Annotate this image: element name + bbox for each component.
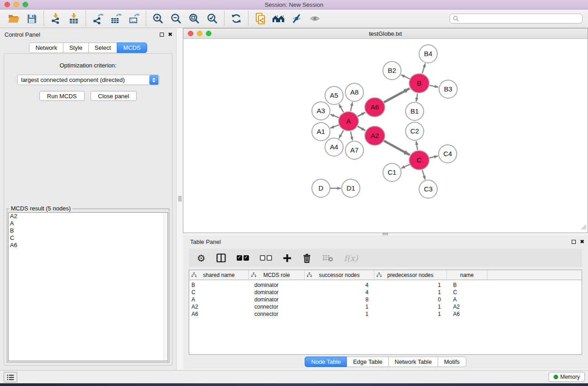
column-header-successor-nodes[interactable]: successor nodes [305, 270, 374, 280]
vertical-scrollbar-thumb[interactable] [178, 196, 182, 201]
export-image-icon[interactable] [125, 11, 143, 26]
import-table-icon[interactable] [65, 11, 83, 26]
table-row[interactable]: Adominator80A [189, 296, 582, 303]
network-canvas[interactable]: B4B2BB3A5A8A6B1A3AA1C2A2A4A7C4CC1C3DD1 [183, 39, 588, 233]
result-item[interactable]: C [9, 234, 167, 242]
graph-node-A4[interactable]: A4 [325, 138, 343, 156]
graph-node-A5[interactable]: A5 [325, 86, 343, 105]
delete-table-icon[interactable] [322, 254, 333, 262]
graph-edge-C-C3 [422, 170, 425, 180]
table-row[interactable]: A6connector11A6 [189, 310, 582, 318]
tab-mcds[interactable]: MCDS [117, 43, 147, 53]
graph-edge-B-B1 [416, 94, 418, 102]
close-panel-icon[interactable]: ✖ [168, 32, 172, 37]
graph-node-B2[interactable]: B2 [383, 62, 401, 80]
graph-node-B3[interactable]: B3 [439, 80, 457, 98]
graph-node-C[interactable]: C [409, 151, 429, 170]
graph-node-A6[interactable]: A6 [365, 98, 385, 117]
float-panel-icon[interactable] [160, 33, 164, 37]
table-row[interactable]: A2connector11A2 [189, 303, 582, 310]
column-header-shared-name[interactable]: shared name [189, 270, 249, 280]
add-icon[interactable] [283, 254, 292, 262]
graph-node-C4[interactable]: C4 [439, 145, 457, 163]
tab-edge-table[interactable]: Edge Table [347, 357, 389, 367]
column-header-predecessor-nodes[interactable]: predecessor nodes [374, 270, 447, 280]
table-row[interactable]: Bdominator41B [189, 281, 582, 289]
svg-text:B1: B1 [411, 107, 419, 115]
tab-node-table[interactable]: Node Table [305, 357, 347, 367]
save-session-icon[interactable] [23, 11, 41, 26]
zoom-in-icon[interactable] [149, 11, 167, 26]
result-item[interactable]: A [9, 220, 167, 227]
svg-text:A7: A7 [350, 146, 359, 154]
cell-shared-name: A6 [189, 311, 249, 317]
graph-node-C2[interactable]: C2 [406, 122, 424, 140]
search-input[interactable] [459, 14, 582, 23]
function-builder-icon[interactable]: f(x) [344, 253, 358, 263]
graph-node-D[interactable]: D [312, 179, 330, 197]
tab-motifs[interactable]: Motifs [438, 357, 466, 367]
zoom-fit-icon[interactable] [185, 11, 203, 26]
status-bar: Memory [0, 370, 588, 383]
node-table[interactable]: shared nameMCDS rolesuccessor nodesprede… [189, 270, 582, 355]
criterion-select[interactable]: largest connected component (directed) [17, 75, 159, 85]
open-session-icon[interactable] [5, 11, 23, 26]
resize-grip-icon[interactable] [581, 224, 587, 232]
import-network-icon[interactable] [47, 11, 65, 26]
graph-edge-A-A7 [351, 132, 353, 141]
tab-network[interactable]: Network [29, 43, 63, 53]
export-table-icon[interactable] [107, 11, 125, 26]
graph-node-C3[interactable]: C3 [419, 180, 437, 198]
graph-node-C1[interactable]: C1 [383, 163, 401, 181]
result-item[interactable]: A6 [9, 242, 167, 249]
cell-MCDS-role: dominator [249, 296, 305, 303]
cell-name: C [447, 289, 488, 295]
graph-node-A3[interactable]: A3 [312, 102, 330, 120]
close-panel-icon[interactable]: ✖ [580, 239, 584, 244]
table-row[interactable]: Cdominator41C [189, 289, 582, 296]
graph-node-A8[interactable]: A8 [345, 83, 363, 101]
deselect-all-icon[interactable] [260, 255, 272, 261]
select-all-icon[interactable] [237, 255, 249, 261]
table-panel-tabs: Node TableEdge TableNetwork TableMotifs [183, 357, 588, 367]
result-scrollbar[interactable] [163, 213, 167, 361]
graph-node-B[interactable]: B [409, 74, 429, 93]
graph-node-B4[interactable]: B4 [419, 45, 437, 63]
graph-node-A7[interactable]: A7 [345, 141, 363, 159]
column-header-name[interactable]: name [447, 270, 488, 280]
search-field[interactable] [449, 14, 583, 24]
refresh-icon[interactable] [227, 11, 245, 26]
result-item[interactable]: B [9, 227, 167, 234]
export-network-icon[interactable] [89, 11, 107, 26]
graph-node-A[interactable]: A [339, 112, 359, 131]
graph-node-A1[interactable]: A1 [312, 123, 330, 141]
graph-node-B1[interactable]: B1 [406, 102, 424, 120]
svg-text:A6: A6 [371, 103, 379, 111]
new-network-from-selection-icon[interactable] [251, 11, 269, 26]
cell-name: A6 [447, 311, 488, 317]
first-neighbors-icon[interactable] [269, 11, 287, 26]
hide-selected-icon[interactable] [287, 11, 306, 26]
network-window-title: testGlobe.txt [183, 30, 588, 37]
close-panel-button[interactable]: Close panel [91, 91, 137, 101]
task-history-button[interactable] [4, 372, 17, 382]
settings-gear-icon[interactable]: ⚙ [197, 253, 206, 263]
tab-style[interactable]: Style [63, 43, 89, 53]
mcds-result-list[interactable]: A2ABCA6 [8, 212, 168, 361]
float-panel-icon[interactable] [572, 240, 576, 244]
graph-node-D1[interactable]: D1 [342, 179, 360, 197]
run-mcds-button[interactable]: Run MCDS [39, 91, 85, 101]
memory-button[interactable]: Memory [549, 372, 585, 382]
zoom-selected-icon[interactable] [203, 11, 221, 26]
column-header-MCDS-role[interactable]: MCDS role [249, 270, 305, 280]
graph-node-A2[interactable]: A2 [365, 126, 385, 145]
zoom-out-icon[interactable] [167, 11, 185, 26]
show-all-icon[interactable] [306, 11, 324, 26]
network-window-titlebar[interactable]: testGlobe.txt [183, 29, 588, 39]
tab-network-table[interactable]: Network Table [388, 357, 438, 367]
column-view-icon[interactable] [216, 253, 226, 262]
delete-icon[interactable] [302, 253, 311, 263]
tab-select[interactable]: Select [88, 43, 117, 53]
table-toolbar: ⚙ f(x) [189, 249, 582, 267]
result-item[interactable]: A2 [9, 213, 167, 220]
